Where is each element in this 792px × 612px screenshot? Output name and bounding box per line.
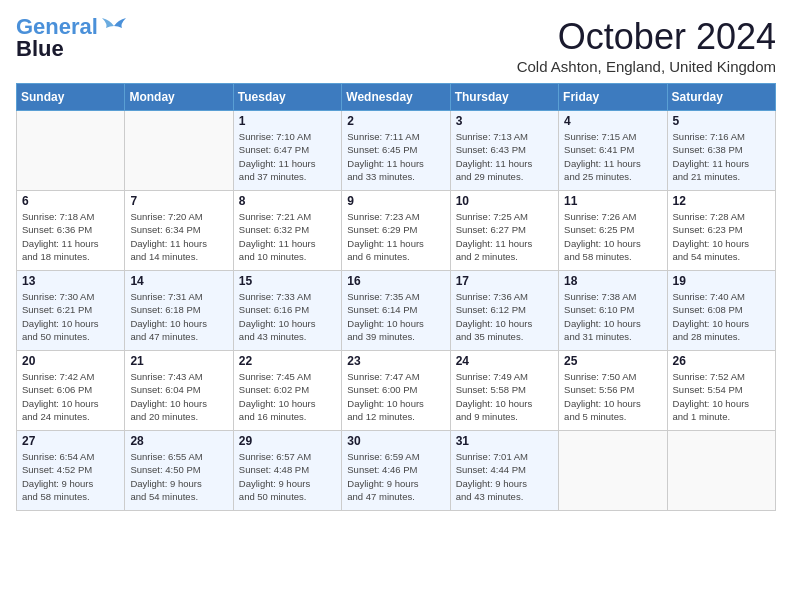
- day-info: Sunrise: 7:01 AM Sunset: 4:44 PM Dayligh…: [456, 450, 553, 503]
- day-number: 14: [130, 274, 227, 288]
- day-info: Sunrise: 7:31 AM Sunset: 6:18 PM Dayligh…: [130, 290, 227, 343]
- calendar-cell: 23Sunrise: 7:47 AM Sunset: 6:00 PM Dayli…: [342, 351, 450, 431]
- day-info: Sunrise: 7:36 AM Sunset: 6:12 PM Dayligh…: [456, 290, 553, 343]
- calendar-cell: 15Sunrise: 7:33 AM Sunset: 6:16 PM Dayli…: [233, 271, 341, 351]
- day-info: Sunrise: 7:28 AM Sunset: 6:23 PM Dayligh…: [673, 210, 770, 263]
- day-info: Sunrise: 7:47 AM Sunset: 6:00 PM Dayligh…: [347, 370, 444, 423]
- calendar-week-row: 27Sunrise: 6:54 AM Sunset: 4:52 PM Dayli…: [17, 431, 776, 511]
- day-number: 19: [673, 274, 770, 288]
- calendar-cell: 21Sunrise: 7:43 AM Sunset: 6:04 PM Dayli…: [125, 351, 233, 431]
- day-number: 26: [673, 354, 770, 368]
- calendar-table: SundayMondayTuesdayWednesdayThursdayFrid…: [16, 83, 776, 511]
- day-info: Sunrise: 7:26 AM Sunset: 6:25 PM Dayligh…: [564, 210, 661, 263]
- calendar-week-row: 13Sunrise: 7:30 AM Sunset: 6:21 PM Dayli…: [17, 271, 776, 351]
- day-info: Sunrise: 6:57 AM Sunset: 4:48 PM Dayligh…: [239, 450, 336, 503]
- day-number: 28: [130, 434, 227, 448]
- day-number: 2: [347, 114, 444, 128]
- month-title: October 2024: [517, 16, 776, 58]
- day-info: Sunrise: 7:45 AM Sunset: 6:02 PM Dayligh…: [239, 370, 336, 423]
- day-number: 10: [456, 194, 553, 208]
- calendar-week-row: 1Sunrise: 7:10 AM Sunset: 6:47 PM Daylig…: [17, 111, 776, 191]
- day-info: Sunrise: 7:13 AM Sunset: 6:43 PM Dayligh…: [456, 130, 553, 183]
- day-header-sunday: Sunday: [17, 84, 125, 111]
- logo-bird-icon: [100, 18, 128, 40]
- calendar-cell: [17, 111, 125, 191]
- day-info: Sunrise: 7:42 AM Sunset: 6:06 PM Dayligh…: [22, 370, 119, 423]
- day-number: 1: [239, 114, 336, 128]
- day-info: Sunrise: 6:54 AM Sunset: 4:52 PM Dayligh…: [22, 450, 119, 503]
- calendar-cell: 24Sunrise: 7:49 AM Sunset: 5:58 PM Dayli…: [450, 351, 558, 431]
- day-number: 9: [347, 194, 444, 208]
- day-number: 18: [564, 274, 661, 288]
- day-info: Sunrise: 7:33 AM Sunset: 6:16 PM Dayligh…: [239, 290, 336, 343]
- day-info: Sunrise: 7:15 AM Sunset: 6:41 PM Dayligh…: [564, 130, 661, 183]
- day-number: 29: [239, 434, 336, 448]
- calendar-week-row: 6Sunrise: 7:18 AM Sunset: 6:36 PM Daylig…: [17, 191, 776, 271]
- calendar-cell: 10Sunrise: 7:25 AM Sunset: 6:27 PM Dayli…: [450, 191, 558, 271]
- day-number: 15: [239, 274, 336, 288]
- day-number: 3: [456, 114, 553, 128]
- calendar-cell: 5Sunrise: 7:16 AM Sunset: 6:38 PM Daylig…: [667, 111, 775, 191]
- page-header: GeneralBlue October 2024 Cold Ashton, En…: [16, 16, 776, 75]
- day-info: Sunrise: 7:11 AM Sunset: 6:45 PM Dayligh…: [347, 130, 444, 183]
- calendar-cell: 26Sunrise: 7:52 AM Sunset: 5:54 PM Dayli…: [667, 351, 775, 431]
- day-header-monday: Monday: [125, 84, 233, 111]
- calendar-cell: 29Sunrise: 6:57 AM Sunset: 4:48 PM Dayli…: [233, 431, 341, 511]
- day-number: 20: [22, 354, 119, 368]
- day-number: 21: [130, 354, 227, 368]
- day-number: 11: [564, 194, 661, 208]
- logo: GeneralBlue: [16, 16, 128, 60]
- calendar-cell: 16Sunrise: 7:35 AM Sunset: 6:14 PM Dayli…: [342, 271, 450, 351]
- day-header-saturday: Saturday: [667, 84, 775, 111]
- calendar-cell: 19Sunrise: 7:40 AM Sunset: 6:08 PM Dayli…: [667, 271, 775, 351]
- calendar-cell: 9Sunrise: 7:23 AM Sunset: 6:29 PM Daylig…: [342, 191, 450, 271]
- calendar-cell: [559, 431, 667, 511]
- calendar-cell: 13Sunrise: 7:30 AM Sunset: 6:21 PM Dayli…: [17, 271, 125, 351]
- day-number: 13: [22, 274, 119, 288]
- calendar-cell: 3Sunrise: 7:13 AM Sunset: 6:43 PM Daylig…: [450, 111, 558, 191]
- calendar-cell: 7Sunrise: 7:20 AM Sunset: 6:34 PM Daylig…: [125, 191, 233, 271]
- calendar-cell: 8Sunrise: 7:21 AM Sunset: 6:32 PM Daylig…: [233, 191, 341, 271]
- calendar-cell: 27Sunrise: 6:54 AM Sunset: 4:52 PM Dayli…: [17, 431, 125, 511]
- day-number: 25: [564, 354, 661, 368]
- calendar-cell: 2Sunrise: 7:11 AM Sunset: 6:45 PM Daylig…: [342, 111, 450, 191]
- day-info: Sunrise: 7:21 AM Sunset: 6:32 PM Dayligh…: [239, 210, 336, 263]
- day-info: Sunrise: 7:50 AM Sunset: 5:56 PM Dayligh…: [564, 370, 661, 423]
- calendar-header-row: SundayMondayTuesdayWednesdayThursdayFrid…: [17, 84, 776, 111]
- location: Cold Ashton, England, United Kingdom: [517, 58, 776, 75]
- day-info: Sunrise: 7:40 AM Sunset: 6:08 PM Dayligh…: [673, 290, 770, 343]
- day-number: 23: [347, 354, 444, 368]
- calendar-cell: [125, 111, 233, 191]
- calendar-cell: 17Sunrise: 7:36 AM Sunset: 6:12 PM Dayli…: [450, 271, 558, 351]
- logo-text: GeneralBlue: [16, 16, 98, 60]
- day-info: Sunrise: 6:55 AM Sunset: 4:50 PM Dayligh…: [130, 450, 227, 503]
- calendar-week-row: 20Sunrise: 7:42 AM Sunset: 6:06 PM Dayli…: [17, 351, 776, 431]
- day-header-thursday: Thursday: [450, 84, 558, 111]
- day-info: Sunrise: 7:30 AM Sunset: 6:21 PM Dayligh…: [22, 290, 119, 343]
- day-info: Sunrise: 7:49 AM Sunset: 5:58 PM Dayligh…: [456, 370, 553, 423]
- calendar-cell: 1Sunrise: 7:10 AM Sunset: 6:47 PM Daylig…: [233, 111, 341, 191]
- calendar-cell: 14Sunrise: 7:31 AM Sunset: 6:18 PM Dayli…: [125, 271, 233, 351]
- day-number: 5: [673, 114, 770, 128]
- day-number: 4: [564, 114, 661, 128]
- calendar-cell: 6Sunrise: 7:18 AM Sunset: 6:36 PM Daylig…: [17, 191, 125, 271]
- day-info: Sunrise: 7:43 AM Sunset: 6:04 PM Dayligh…: [130, 370, 227, 423]
- calendar-cell: 31Sunrise: 7:01 AM Sunset: 4:44 PM Dayli…: [450, 431, 558, 511]
- day-info: Sunrise: 7:16 AM Sunset: 6:38 PM Dayligh…: [673, 130, 770, 183]
- day-info: Sunrise: 7:25 AM Sunset: 6:27 PM Dayligh…: [456, 210, 553, 263]
- calendar-cell: 18Sunrise: 7:38 AM Sunset: 6:10 PM Dayli…: [559, 271, 667, 351]
- calendar-cell: 20Sunrise: 7:42 AM Sunset: 6:06 PM Dayli…: [17, 351, 125, 431]
- day-number: 24: [456, 354, 553, 368]
- day-number: 31: [456, 434, 553, 448]
- day-header-friday: Friday: [559, 84, 667, 111]
- day-info: Sunrise: 7:35 AM Sunset: 6:14 PM Dayligh…: [347, 290, 444, 343]
- calendar-cell: [667, 431, 775, 511]
- day-number: 8: [239, 194, 336, 208]
- day-number: 12: [673, 194, 770, 208]
- calendar-cell: 4Sunrise: 7:15 AM Sunset: 6:41 PM Daylig…: [559, 111, 667, 191]
- day-number: 22: [239, 354, 336, 368]
- calendar-cell: 25Sunrise: 7:50 AM Sunset: 5:56 PM Dayli…: [559, 351, 667, 431]
- day-header-wednesday: Wednesday: [342, 84, 450, 111]
- calendar-cell: 22Sunrise: 7:45 AM Sunset: 6:02 PM Dayli…: [233, 351, 341, 431]
- calendar-cell: 28Sunrise: 6:55 AM Sunset: 4:50 PM Dayli…: [125, 431, 233, 511]
